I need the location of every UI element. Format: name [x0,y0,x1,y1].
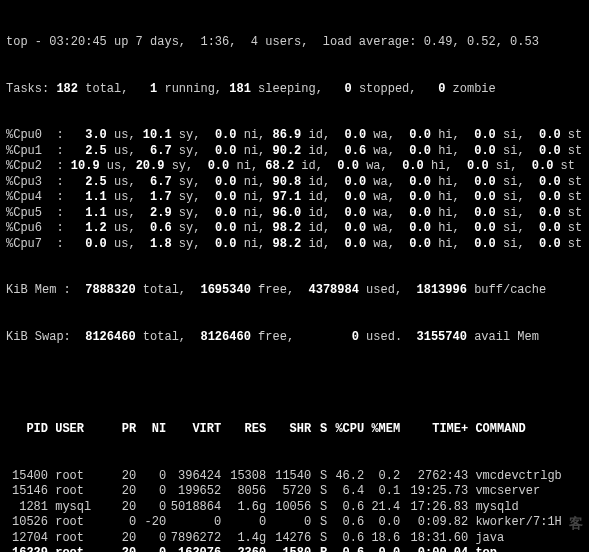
process-header: PID USERPRNIVIRTRESSHRS%CPU%MEMTIME+ COM… [6,422,583,438]
process-row: 15146 root20019965280565720S6.40.119:25.… [6,484,583,500]
process-row: 15400 root2003964241530811540S46.20.2276… [6,469,583,485]
swap-line: KiB Swap: 8126460 total, 8126460 free, 0… [6,330,583,346]
cpu-line: %Cpu5 : 1.1 us, 2.9 sy, 0.0 ni, 96.0 id,… [6,206,583,222]
cpu-line: %Cpu6 : 1.2 us, 0.6 sy, 0.0 ni, 98.2 id,… [6,221,583,237]
cpu-line: %Cpu0 : 3.0 us, 10.1 sy, 0.0 ni, 86.9 id… [6,128,583,144]
mem-line: KiB Mem : 7888320 total, 1695340 free, 4… [6,283,583,299]
cpu-line: %Cpu4 : 1.1 us, 1.7 sy, 0.0 ni, 97.1 id,… [6,190,583,206]
summary-line: top - 03:20:45 up 7 days, 1:36, 4 users,… [6,35,583,51]
cpu-line: %Cpu7 : 0.0 us, 1.8 sy, 0.0 ni, 98.2 id,… [6,237,583,253]
cpu-line: %Cpu3 : 2.5 us, 6.7 sy, 0.0 ni, 90.8 id,… [6,175,583,191]
cpu-line: %Cpu2 : 10.9 us, 20.9 sy, 0.0 ni, 68.2 i… [6,159,583,175]
process-row: 10526 root0-20000S0.60.00:09.82 kworker/… [6,515,583,531]
tasks-line: Tasks: 182 total, 1 running, 181 sleepin… [6,82,583,98]
cpu-line: %Cpu1 : 2.5 us, 6.7 sy, 0.0 ni, 90.2 id,… [6,144,583,160]
terminal-output[interactable]: top - 03:20:45 up 7 days, 1:36, 4 users,… [0,0,589,552]
process-row: 12704 root20078962721.4g14276S0.618.618:… [6,531,583,547]
process-row: 1281 mysql20050188641.6g10056S0.621.417:… [6,500,583,516]
process-row: 16229 root20016207623601580R0.60.00:00.0… [6,546,583,552]
